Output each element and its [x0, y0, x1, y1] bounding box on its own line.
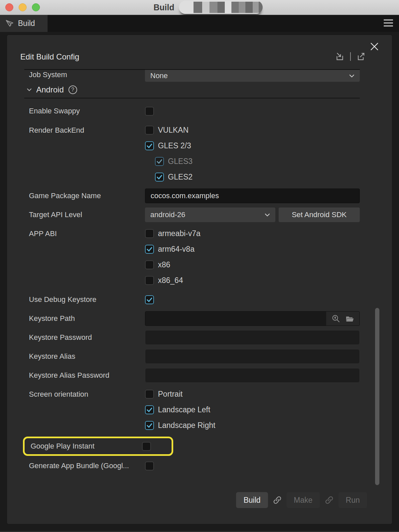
app-abi-label: APP ABI	[24, 226, 145, 241]
field-game-package-name: Game Package Name	[24, 189, 360, 203]
minimize-window-button[interactable]	[19, 3, 27, 11]
chevron-down-icon	[263, 211, 271, 219]
x86-checkbox[interactable]	[145, 260, 154, 269]
panel-background: Edit Build Config	[0, 32, 399, 532]
target-api-level-value: android-26	[150, 210, 185, 219]
locate-file-icon[interactable]	[331, 314, 340, 323]
job-system-select[interactable]: None	[145, 70, 360, 82]
x86-64-checkbox[interactable]	[145, 276, 154, 285]
field-render-backend: Render BackEnd VULKAN GLES 2/3	[24, 122, 360, 185]
traffic-lights	[5, 3, 40, 11]
job-system-value: None	[150, 71, 168, 80]
dialog-footer: Build Make Run	[7, 492, 392, 508]
arm64-v8a-checkbox[interactable]	[145, 245, 154, 254]
link-build-make-icon	[272, 495, 282, 505]
tab-build[interactable]: Build	[0, 15, 48, 32]
option-portrait: Portrait	[145, 386, 183, 402]
field-keystore-path: Keystore Path	[24, 311, 360, 326]
field-screen-orientation: Screen orientation Portrait Landscape Le…	[24, 386, 360, 433]
window-title: Build	[154, 3, 175, 12]
keystore-alias-input[interactable]	[145, 349, 360, 364]
portrait-label: Portrait	[158, 390, 183, 399]
paper-plane-icon	[5, 19, 14, 28]
keystore-alias-password-input[interactable]	[145, 368, 360, 383]
option-x86: x86	[145, 257, 170, 273]
vulkan-checkbox[interactable]	[145, 126, 154, 135]
landscape-left-label: Landscape Left	[158, 405, 210, 414]
keystore-alias-label: Keystore Alias	[24, 352, 145, 361]
close-icon[interactable]	[369, 41, 380, 52]
scrollbar-thumb[interactable]	[375, 308, 379, 485]
panel-tab-bar: Build	[0, 15, 399, 32]
landscape-right-checkbox[interactable]	[145, 421, 154, 430]
close-window-button[interactable]	[5, 3, 13, 11]
edit-build-config-dialog: Edit Build Config	[7, 35, 392, 524]
chevron-down-icon	[26, 86, 33, 93]
x86-label: x86	[158, 260, 170, 269]
gles2-checkbox[interactable]	[155, 173, 164, 182]
chevron-down-icon	[348, 72, 356, 80]
open-folder-icon[interactable]	[345, 314, 354, 323]
redacted-project-name	[179, 1, 263, 14]
help-icon[interactable]: ?	[68, 85, 77, 94]
import-config-icon[interactable]	[335, 52, 345, 62]
use-debug-keystore-checkbox[interactable]	[145, 295, 154, 304]
screen-orientation-label: Screen orientation	[24, 386, 145, 402]
enable-swappy-label: Enable Swappy	[24, 107, 145, 115]
armeabi-v7a-checkbox[interactable]	[145, 229, 154, 238]
enable-swappy-checkbox[interactable]	[145, 107, 154, 116]
render-backend-label: Render BackEnd	[24, 122, 145, 138]
gles2-label: GLES2	[168, 173, 193, 182]
arm64-v8a-label: arm64-v8a	[158, 245, 195, 254]
game-package-name-label: Game Package Name	[24, 192, 145, 200]
build-config-form: Job System None Android ? Enable Swappy	[7, 70, 392, 474]
target-api-level-label: Target API Level	[24, 210, 145, 219]
option-gles3: GLES3	[155, 154, 193, 169]
android-section-divider	[24, 98, 360, 98]
gles3-label: GLES3	[168, 157, 193, 166]
option-armeabi-v7a: armeabi-v7a	[145, 226, 200, 241]
field-app-abi: APP ABI armeabi-v7a arm64-v8a	[24, 226, 360, 288]
keystore-password-label: Keystore Password	[24, 333, 145, 342]
panel-menu-icon[interactable]	[384, 19, 393, 27]
export-config-icon[interactable]	[356, 52, 366, 62]
gles3-checkbox[interactable]	[155, 157, 164, 166]
keystore-password-input[interactable]	[145, 330, 360, 345]
target-api-level-select[interactable]: android-26	[145, 207, 275, 222]
link-make-run-icon	[324, 495, 334, 505]
landscape-right-label: Landscape Right	[158, 421, 215, 430]
build-button[interactable]: Build	[236, 492, 268, 508]
generate-app-bundle-checkbox[interactable]	[145, 462, 154, 470]
option-landscape-right: Landscape Right	[145, 418, 215, 433]
option-vulkan: VULKAN	[145, 122, 189, 138]
field-use-debug-keystore: Use Debug Keystore	[24, 292, 360, 308]
keystore-path-value	[145, 312, 326, 326]
option-arm64-v8a: arm64-v8a	[145, 241, 195, 257]
annotation-highlight: Google Play Instant	[23, 437, 173, 456]
keystore-path-label: Keystore Path	[24, 314, 145, 323]
section-android[interactable]: Android ?	[24, 82, 360, 98]
portrait-checkbox[interactable]	[145, 390, 154, 399]
field-enable-swappy: Enable Swappy	[24, 103, 360, 119]
landscape-left-checkbox[interactable]	[145, 405, 154, 414]
option-x86-64: x86_64	[145, 273, 183, 288]
keystore-path-actions	[326, 312, 359, 326]
gles23-checkbox[interactable]	[145, 141, 154, 150]
keystore-alias-password-label: Keystore Alias Password	[24, 371, 145, 380]
keystore-path-input[interactable]	[145, 311, 360, 326]
field-job-system: Job System None	[24, 70, 360, 82]
field-keystore-alias: Keystore Alias	[24, 349, 360, 364]
set-android-sdk-button[interactable]: Set Android SDK	[279, 207, 360, 222]
x86-64-label: x86_64	[158, 276, 183, 285]
tab-build-label: Build	[18, 19, 35, 28]
google-play-instant-label: Google Play Instant	[26, 442, 142, 451]
make-button[interactable]: Make	[287, 492, 320, 508]
game-package-name-input[interactable]	[145, 189, 360, 203]
option-gles23: GLES 2/3	[145, 138, 191, 154]
field-google-play-instant: Google Play Instant	[26, 439, 172, 453]
dialog-scrollbar	[375, 69, 379, 517]
zoom-window-button[interactable]	[32, 3, 40, 11]
google-play-instant-checkbox[interactable]	[142, 442, 151, 451]
android-section-title: Android	[36, 85, 64, 94]
run-button[interactable]: Run	[338, 492, 367, 508]
